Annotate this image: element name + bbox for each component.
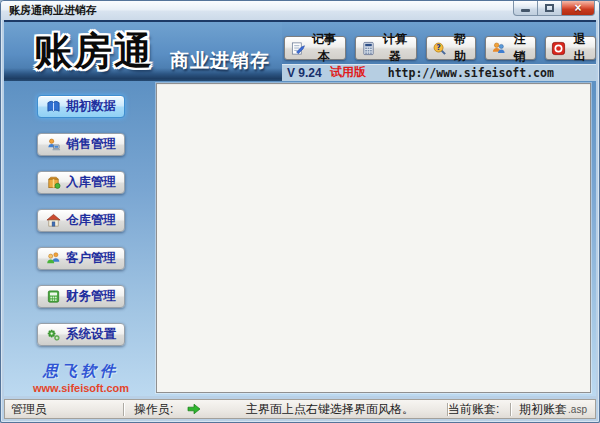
exit-icon: [551, 41, 566, 56]
logout-button-label: 注销: [509, 31, 530, 65]
minimize-icon: [521, 9, 530, 12]
caption-buttons: ×: [513, 1, 595, 16]
notepad-icon: [290, 41, 305, 56]
notepad-button[interactable]: 记事本: [284, 36, 346, 60]
status-hint-text: 主界面上点右键选择界面风格。: [246, 401, 414, 418]
main-content-panel: [156, 83, 591, 393]
app-subtitle: 商业进销存: [170, 48, 270, 74]
calculator-button[interactable]: 计算器: [355, 36, 417, 60]
close-icon: ×: [574, 2, 581, 14]
minimize-button[interactable]: [513, 1, 538, 16]
window-title: 账房通商业进销存: [1, 1, 97, 20]
sidebar-item-settings[interactable]: 系统设置: [37, 323, 125, 346]
sidebar: 期初数据 销售管理 入库管理 仓库管理: [37, 95, 127, 361]
maximize-icon: [545, 4, 554, 12]
calculator-icon: [361, 41, 376, 56]
app-window: 账房通商业进销存 × 账房通 商业进销存 记事本: [0, 0, 600, 423]
status-operator-label: 操作员:: [134, 401, 173, 418]
book-icon: [46, 99, 61, 114]
branding: 思飞软件 www.sifeisoft.com: [22, 362, 140, 394]
logout-icon: [491, 41, 506, 56]
inbound-icon: [46, 175, 61, 190]
logout-button[interactable]: 注销: [485, 36, 536, 60]
version-text: V 9.24: [287, 66, 322, 80]
version-strip: V 9.24 试用版 http://www.sifeisoft.com: [282, 64, 596, 81]
notepad-button-label: 记事本: [308, 31, 340, 65]
app-header: 账房通 商业进销存 记事本 计算器 ?: [4, 20, 596, 81]
sidebar-item-label: 销售管理: [66, 136, 116, 153]
brand-name: 思飞软件: [22, 362, 140, 381]
status-hint: 主界面上点右键选择界面风格。: [242, 400, 447, 418]
sidebar-item-sales[interactable]: 销售管理: [37, 133, 125, 156]
help-icon: ?: [432, 41, 447, 56]
green-arrow-icon: [187, 403, 201, 415]
sales-icon: [46, 137, 61, 152]
status-account-value-text: 期初账套: [519, 401, 567, 418]
sidebar-item-finance[interactable]: 财务管理: [37, 285, 125, 308]
status-user-text: 管理员: [11, 401, 47, 418]
sidebar-item-warehouse[interactable]: 仓库管理: [37, 209, 125, 232]
status-operator: 操作员:: [124, 400, 242, 418]
customer-icon: [46, 251, 61, 266]
status-account-ext: .asp: [568, 404, 587, 415]
status-account-value: 期初账套 .asp: [511, 400, 595, 418]
sidebar-item-inbound[interactable]: 入库管理: [37, 171, 125, 194]
sidebar-item-label: 系统设置: [66, 326, 116, 343]
warehouse-icon: [46, 213, 61, 228]
brand-url: www.sifeisoft.com: [22, 382, 140, 394]
header-logo-area: 账房通 商业进销存: [4, 22, 282, 81]
sidebar-item-label: 入库管理: [66, 174, 116, 191]
sidebar-item-label: 财务管理: [66, 288, 116, 305]
help-button-label: 帮助: [450, 31, 471, 65]
exit-button-label: 退出: [569, 31, 590, 65]
sidebar-item-label: 客户管理: [66, 250, 116, 267]
status-account-label-text: 当前账套:: [448, 401, 499, 418]
calculator-button-label: 计算器: [379, 31, 411, 65]
settings-icon: [46, 327, 61, 342]
sidebar-item-label: 仓库管理: [66, 212, 116, 229]
toolbar: 记事本 计算器 ? 帮助: [282, 22, 596, 64]
app-logo: 账房通: [34, 26, 154, 77]
svg-text:?: ?: [436, 43, 441, 52]
finance-icon: [46, 289, 61, 304]
close-button[interactable]: ×: [562, 1, 595, 16]
app-body: 期初数据 销售管理 入库管理 仓库管理: [4, 81, 596, 396]
statusbar: 管理员 操作员: 主界面上点右键选择界面风格。 当前账套: 期初账套 .asp: [4, 399, 596, 419]
help-button[interactable]: ? 帮助: [426, 36, 477, 60]
sidebar-item-initial-data[interactable]: 期初数据: [37, 95, 125, 118]
header-toolbar-area: 记事本 计算器 ? 帮助: [282, 22, 596, 81]
window-titlebar[interactable]: 账房通商业进销存 ×: [1, 1, 599, 20]
maximize-button[interactable]: [538, 1, 562, 16]
website-text: http://www.sifeisoft.com: [388, 66, 554, 80]
sidebar-item-customer[interactable]: 客户管理: [37, 247, 125, 270]
status-user: 管理员: [5, 400, 123, 418]
edition-badge: 试用版: [330, 64, 366, 81]
exit-button[interactable]: 退出: [545, 36, 596, 60]
status-account-label: 当前账套:: [448, 400, 510, 418]
sidebar-item-label: 期初数据: [66, 98, 116, 115]
